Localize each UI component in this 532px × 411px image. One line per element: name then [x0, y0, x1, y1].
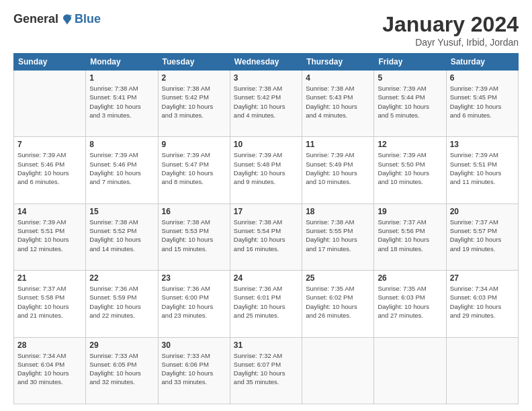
day-number: 24 — [234, 273, 298, 283]
calendar-week-row: 7Sunrise: 7:39 AM Sunset: 5:46 PM Daylig… — [14, 137, 519, 203]
day-number: 1 — [89, 73, 154, 83]
day-info: Sunrise: 7:36 AM Sunset: 5:59 PM Dayligh… — [89, 284, 154, 320]
table-row — [446, 337, 518, 404]
logo: General Blue — [13, 12, 101, 26]
table-row: 1Sunrise: 7:38 AM Sunset: 5:41 PM Daylig… — [86, 71, 158, 137]
day-number: 3 — [234, 73, 298, 83]
table-row — [302, 337, 374, 404]
logo-general-text: General — [13, 12, 58, 26]
day-number: 4 — [306, 73, 370, 83]
day-info: Sunrise: 7:38 AM Sunset: 5:41 PM Dayligh… — [89, 84, 154, 120]
calendar-body: 1Sunrise: 7:38 AM Sunset: 5:41 PM Daylig… — [14, 71, 519, 404]
col-thursday: Thursday — [302, 54, 374, 71]
table-row: 7Sunrise: 7:39 AM Sunset: 5:46 PM Daylig… — [14, 137, 86, 203]
day-info: Sunrise: 7:38 AM Sunset: 5:54 PM Dayligh… — [234, 218, 298, 253]
day-info: Sunrise: 7:34 AM Sunset: 6:03 PM Dayligh… — [450, 284, 515, 320]
col-monday: Monday — [86, 54, 158, 71]
day-info: Sunrise: 7:39 AM Sunset: 5:48 PM Dayligh… — [234, 150, 298, 186]
day-info: Sunrise: 7:39 AM Sunset: 5:44 PM Dayligh… — [378, 84, 442, 120]
day-number: 9 — [162, 140, 226, 149]
day-number: 5 — [378, 73, 442, 83]
day-number: 2 — [162, 73, 226, 83]
table-row: 5Sunrise: 7:39 AM Sunset: 5:44 PM Daylig… — [374, 71, 446, 137]
day-info: Sunrise: 7:38 AM Sunset: 5:42 PM Dayligh… — [162, 84, 226, 120]
day-number: 15 — [89, 207, 154, 216]
col-wednesday: Wednesday — [230, 54, 302, 71]
col-saturday: Saturday — [446, 54, 518, 71]
day-number: 13 — [450, 140, 515, 149]
table-row: 28Sunrise: 7:34 AM Sunset: 6:04 PM Dayli… — [14, 337, 86, 404]
header-row: Sunday Monday Tuesday Wednesday Thursday… — [14, 54, 519, 71]
day-info: Sunrise: 7:35 AM Sunset: 6:03 PM Dayligh… — [378, 284, 442, 320]
day-info: Sunrise: 7:38 AM Sunset: 5:55 PM Dayligh… — [306, 218, 370, 253]
calendar-header: Sunday Monday Tuesday Wednesday Thursday… — [14, 54, 519, 71]
day-number: 16 — [162, 207, 226, 216]
day-number: 7 — [17, 140, 82, 149]
table-row: 14Sunrise: 7:39 AM Sunset: 5:51 PM Dayli… — [14, 203, 86, 270]
table-row: 8Sunrise: 7:39 AM Sunset: 5:46 PM Daylig… — [86, 137, 158, 203]
header: General Blue January 2024 Dayr Yusuf, Ir… — [13, 12, 519, 48]
table-row: 22Sunrise: 7:36 AM Sunset: 5:59 PM Dayli… — [86, 271, 158, 337]
day-info: Sunrise: 7:37 AM Sunset: 5:58 PM Dayligh… — [17, 284, 82, 320]
day-info: Sunrise: 7:38 AM Sunset: 5:42 PM Dayligh… — [234, 84, 298, 120]
table-row: 16Sunrise: 7:38 AM Sunset: 5:53 PM Dayli… — [158, 203, 230, 270]
day-number: 27 — [450, 273, 515, 283]
table-row: 30Sunrise: 7:33 AM Sunset: 6:06 PM Dayli… — [158, 337, 230, 404]
day-info: Sunrise: 7:36 AM Sunset: 6:00 PM Dayligh… — [162, 284, 226, 320]
table-row: 31Sunrise: 7:32 AM Sunset: 6:07 PM Dayli… — [230, 337, 302, 404]
calendar-week-row: 21Sunrise: 7:37 AM Sunset: 5:58 PM Dayli… — [14, 271, 519, 337]
table-row: 13Sunrise: 7:39 AM Sunset: 5:51 PM Dayli… — [446, 137, 518, 203]
day-info: Sunrise: 7:39 AM Sunset: 5:45 PM Dayligh… — [450, 84, 515, 120]
table-row: 12Sunrise: 7:39 AM Sunset: 5:50 PM Dayli… — [374, 137, 446, 203]
day-number: 26 — [378, 273, 442, 283]
day-info: Sunrise: 7:33 AM Sunset: 6:05 PM Dayligh… — [89, 351, 154, 387]
calendar-week-row: 1Sunrise: 7:38 AM Sunset: 5:41 PM Daylig… — [14, 71, 519, 137]
month-title: January 2024 — [382, 12, 519, 37]
day-number: 23 — [162, 273, 226, 283]
table-row: 21Sunrise: 7:37 AM Sunset: 5:58 PM Dayli… — [14, 271, 86, 337]
day-info: Sunrise: 7:39 AM Sunset: 5:46 PM Dayligh… — [89, 150, 154, 186]
table-row: 11Sunrise: 7:39 AM Sunset: 5:49 PM Dayli… — [302, 137, 374, 203]
table-row: 4Sunrise: 7:38 AM Sunset: 5:43 PM Daylig… — [302, 71, 374, 137]
day-info: Sunrise: 7:33 AM Sunset: 6:06 PM Dayligh… — [162, 351, 226, 387]
day-number: 8 — [89, 140, 154, 149]
table-row: 10Sunrise: 7:39 AM Sunset: 5:48 PM Dayli… — [230, 137, 302, 203]
day-number: 22 — [89, 273, 154, 283]
calendar-week-row: 28Sunrise: 7:34 AM Sunset: 6:04 PM Dayli… — [14, 337, 519, 404]
calendar: Sunday Monday Tuesday Wednesday Thursday… — [13, 53, 519, 404]
table-row: 27Sunrise: 7:34 AM Sunset: 6:03 PM Dayli… — [446, 271, 518, 337]
table-row — [374, 337, 446, 404]
day-number: 10 — [234, 140, 298, 149]
day-number: 17 — [234, 207, 298, 216]
col-tuesday: Tuesday — [158, 54, 230, 71]
day-info: Sunrise: 7:38 AM Sunset: 5:53 PM Dayligh… — [162, 218, 226, 253]
table-row: 19Sunrise: 7:37 AM Sunset: 5:56 PM Dayli… — [374, 203, 446, 270]
day-info: Sunrise: 7:32 AM Sunset: 6:07 PM Dayligh… — [234, 351, 298, 387]
col-friday: Friday — [374, 54, 446, 71]
day-number: 20 — [450, 207, 515, 216]
day-info: Sunrise: 7:38 AM Sunset: 5:52 PM Dayligh… — [89, 218, 154, 253]
day-info: Sunrise: 7:39 AM Sunset: 5:51 PM Dayligh… — [17, 218, 82, 253]
location: Dayr Yusuf, Irbid, Jordan — [382, 37, 519, 48]
table-row: 24Sunrise: 7:36 AM Sunset: 6:01 PM Dayli… — [230, 271, 302, 337]
table-row — [14, 71, 86, 137]
calendar-week-row: 14Sunrise: 7:39 AM Sunset: 5:51 PM Dayli… — [14, 203, 519, 270]
table-row: 25Sunrise: 7:35 AM Sunset: 6:02 PM Dayli… — [302, 271, 374, 337]
day-info: Sunrise: 7:39 AM Sunset: 5:46 PM Dayligh… — [17, 150, 82, 186]
title-area: January 2024 Dayr Yusuf, Irbid, Jordan — [382, 12, 519, 48]
table-row: 15Sunrise: 7:38 AM Sunset: 5:52 PM Dayli… — [86, 203, 158, 270]
table-row: 26Sunrise: 7:35 AM Sunset: 6:03 PM Dayli… — [374, 271, 446, 337]
day-number: 6 — [450, 73, 515, 83]
logo-bird-icon — [61, 13, 73, 26]
table-row: 20Sunrise: 7:37 AM Sunset: 5:57 PM Dayli… — [446, 203, 518, 270]
table-row: 23Sunrise: 7:36 AM Sunset: 6:00 PM Dayli… — [158, 271, 230, 337]
day-number: 28 — [17, 340, 82, 350]
day-info: Sunrise: 7:38 AM Sunset: 5:43 PM Dayligh… — [306, 84, 370, 120]
day-info: Sunrise: 7:39 AM Sunset: 5:50 PM Dayligh… — [378, 150, 442, 186]
table-row: 2Sunrise: 7:38 AM Sunset: 5:42 PM Daylig… — [158, 71, 230, 137]
day-info: Sunrise: 7:39 AM Sunset: 5:51 PM Dayligh… — [450, 150, 515, 186]
day-info: Sunrise: 7:35 AM Sunset: 6:02 PM Dayligh… — [306, 284, 370, 320]
table-row: 6Sunrise: 7:39 AM Sunset: 5:45 PM Daylig… — [446, 71, 518, 137]
day-number: 14 — [17, 207, 82, 216]
day-number: 31 — [234, 340, 298, 350]
